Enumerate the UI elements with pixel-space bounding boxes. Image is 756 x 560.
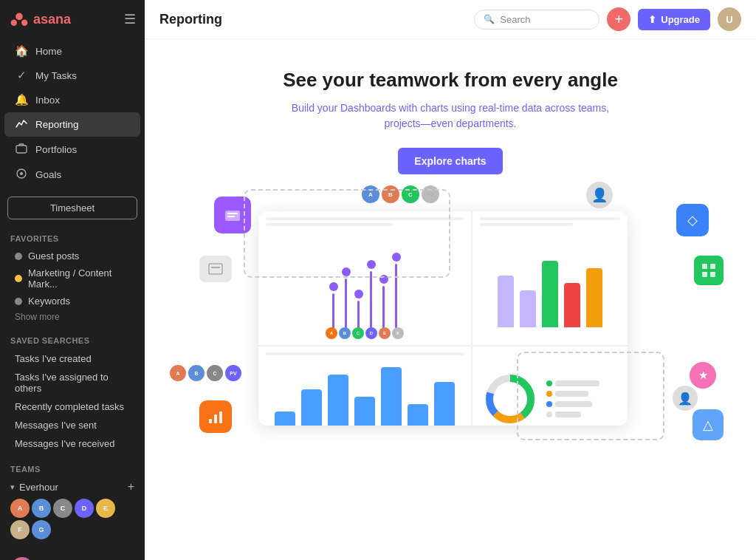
saved-search-messages-received[interactable]: Messages I've received [10,434,134,453]
search-bar[interactable]: 🔍 Search [474,10,599,30]
float-purple-card [214,197,251,233]
upgrade-button[interactable]: ⬆ Upgrade [638,9,710,30]
teams-title: Teams [10,465,41,474]
avatar[interactable]: D [75,499,94,518]
user-avatar[interactable]: U [718,7,741,31]
page-title: Reporting [159,12,222,27]
dashboard-illustration: A B C +2 👤 [214,197,687,448]
sidebar-item-goals[interactable]: Goals [4,163,140,187]
float-pink-star: ★ [690,362,716,389]
add-button[interactable]: + [607,7,630,31]
chart-icon [15,117,28,132]
upgrade-icon: ⬆ [648,14,656,25]
fav-dot-yellow [15,275,22,282]
hero-title: See your teamwork from every angle [283,69,618,92]
panel-color-bars [472,211,628,345]
invite-teammates-button[interactable]: Invite teammates [4,551,140,560]
avatar[interactable]: A [10,499,30,518]
team-everhour-row[interactable]: ▾ Everhour + [10,478,134,496]
avatar[interactable]: G [32,520,51,539]
panel-blue-bars [258,346,471,426]
fav-dot [15,253,22,260]
sidebar: asana ☰ 🏠 Home ✓ My Tasks 🔔 Inbox Report… [0,0,145,560]
svg-rect-20 [209,419,212,423]
show-more-link[interactable]: Show more [10,310,134,324]
float-grey-person-right: 👤 [673,386,698,411]
float-grey-person-top: 👤 [586,182,613,208]
dashboard-card-main: A B C D E F [258,211,628,426]
explore-charts-button[interactable]: Explore charts [398,148,502,174]
sidebar-item-goals-label: Goals [35,169,61,180]
sidebar-item-home[interactable]: 🏠 Home [4,39,140,63]
sidebar-item-inbox-label: Inbox [35,95,60,106]
fav-dot-grey [15,298,22,305]
fav-item-guest-posts[interactable]: Guest posts [10,247,134,264]
topbar: Reporting 🔍 Search + ⬆ Upgrade U [145,0,756,39]
avatar[interactable]: C [53,499,72,518]
hamburger-icon[interactable]: ☰ [124,11,136,27]
teams-header: Teams [10,465,134,474]
fav-item-keywords[interactable]: Keywords [10,293,134,310]
asana-logo[interactable]: asana [10,10,71,28]
svg-point-1 [11,20,17,26]
svg-rect-3 [16,146,27,153]
float-blue-diamond: ◇ [676,204,709,236]
float-orange-card [199,400,232,433]
home-icon: 🏠 [15,44,28,58]
svg-point-5 [20,172,23,175]
svg-rect-11 [211,267,220,268]
asana-logo-icon [10,10,28,28]
teams-section: Teams ▾ Everhour + A B C D E F G [0,456,145,548]
avatar[interactable]: E [96,499,115,518]
sidebar-item-reporting[interactable]: Reporting [4,112,140,137]
saved-search-label: Tasks I've assigned to others [15,372,130,394]
sidebar-top: asana ☰ [0,0,145,35]
fav-item-marketing[interactable]: Marketing / Content Mark... [10,264,134,293]
add-team-icon[interactable]: + [128,480,134,494]
check-icon: ✓ [15,69,28,82]
svg-rect-10 [209,264,222,274]
favorites-section: Favorites Guest posts Marketing / Conten… [0,225,145,327]
team-avatar-list: A B C D E F G [10,496,134,545]
svg-rect-21 [214,414,217,423]
content-area: See your teamwork from every angle Build… [145,39,756,560]
svg-rect-8 [227,213,238,214]
fav-label-marketing: Marketing / Content Mark... [28,267,130,290]
svg-point-0 [16,13,23,21]
saved-searches-section: Saved searches Tasks I've created Tasks … [0,327,145,456]
svg-rect-16 [702,264,707,269]
sidebar-item-reporting-label: Reporting [35,119,79,130]
sidebar-item-inbox[interactable]: 🔔 Inbox [4,88,140,112]
bell-icon: 🔔 [15,93,28,106]
sidebar-item-my-tasks-label: My Tasks [35,70,77,81]
goals-icon [15,168,28,182]
float-green-grid [694,256,724,285]
saved-search-label: Recently completed tasks [15,401,124,412]
avatar[interactable]: B [32,499,51,518]
topbar-right: 🔍 Search + ⬆ Upgrade U [474,7,741,31]
saved-search-assigned-others[interactable]: Tasks I've assigned to others [10,368,134,397]
portfolio-icon [15,143,28,157]
float-grey-card [199,256,232,282]
timesheet-button[interactable]: Timesheet [7,197,137,219]
sidebar-item-portfolios[interactable]: Portfolios [4,137,140,162]
search-placeholder: Search [500,14,530,25]
float-avatars-top: A B C +2 [362,185,439,203]
panel-donut [472,346,628,426]
saved-search-recently-completed[interactable]: Recently completed tasks [10,397,134,416]
fav-label: Guest posts [28,250,79,262]
panel-lollipop: A B C D E F [258,211,471,345]
asana-logo-text: asana [33,12,71,27]
saved-search-messages-sent[interactable]: Messages I've sent [10,416,134,434]
saved-search-tasks-created[interactable]: Tasks I've created [10,349,134,368]
sidebar-item-my-tasks[interactable]: ✓ My Tasks [4,64,140,87]
upgrade-label: Upgrade [661,14,700,25]
saved-search-label: Messages I've sent [15,420,97,431]
search-icon: 🔍 [484,14,495,24]
hero-subtitle: Build your Dashboards with charts using … [281,100,620,132]
chevron-down-icon: ▾ [10,482,15,492]
float-blue-triangle: △ [693,409,724,440]
avatar[interactable]: F [10,520,30,539]
favorites-title: Favorites [10,234,134,243]
float-left-avatars: A B C PV [170,365,241,381]
